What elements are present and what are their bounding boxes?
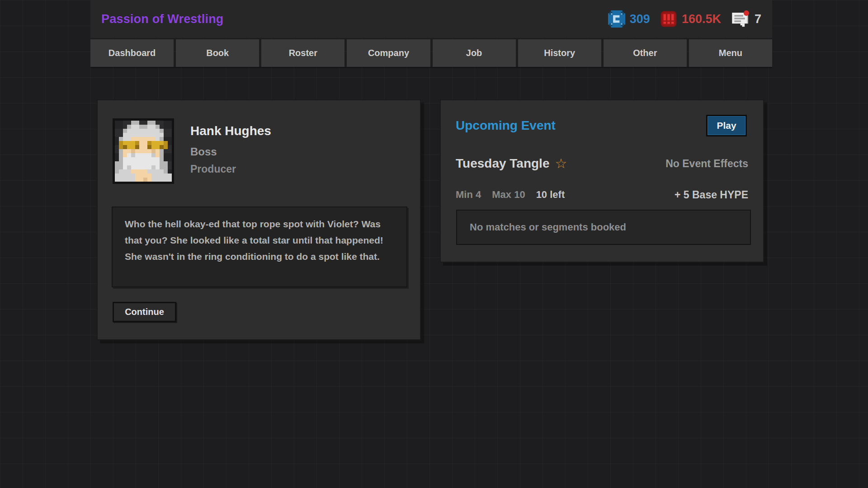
header: Passion of Wrestling <box>90 0 772 67</box>
booking-status-box: No matches or segments booked <box>456 210 751 245</box>
dialogue-message: Who the hell okay-ed that top rope spot … <box>112 206 407 287</box>
event-limits-row: Min 4 Max 10 10 left + 5 Base HYPE <box>456 189 748 201</box>
event-name: Tuesday Tangle <box>456 156 549 171</box>
messages-value[interactable]: 7 <box>755 12 761 26</box>
event-card-title: Upcoming Event <box>456 118 556 133</box>
event-name-wrap: Tuesday Tangle ☆ <box>456 156 567 171</box>
character-job: Producer <box>190 163 271 175</box>
hank-hughes-avatar <box>113 118 174 184</box>
tab-dashboard[interactable]: Dashboard <box>90 39 174 67</box>
tab-book[interactable]: Book <box>176 39 259 67</box>
stats-bar: 309 160.5K <box>608 10 761 28</box>
slots-left: 10 left <box>536 189 565 201</box>
messages-icon[interactable] <box>731 10 750 28</box>
character-info: Hank Hughes Boss Producer <box>190 124 271 175</box>
star-icon: ☆ <box>555 157 567 170</box>
tab-menu[interactable]: Menu <box>689 39 772 67</box>
coins-counter: 309 <box>608 10 650 28</box>
event-header: Upcoming Event Play <box>456 114 747 137</box>
character-name: Hank Hughes <box>190 124 271 138</box>
messages-counter[interactable]: 7 <box>731 10 761 28</box>
hype-icon <box>660 10 677 28</box>
coin-icon <box>608 10 625 28</box>
tab-company[interactable]: Company <box>347 39 430 67</box>
event-name-row: Tuesday Tangle ☆ No Event Effects <box>456 155 748 173</box>
min-label: Min 4 <box>456 189 481 201</box>
tab-roster[interactable]: Roster <box>261 39 344 67</box>
coins-value: 309 <box>630 12 650 26</box>
upcoming-event-card: Upcoming Event Play Tuesday Tangle ☆ No … <box>440 99 764 263</box>
title-bar: Passion of Wrestling <box>90 0 772 38</box>
dialogue-card: Hank Hughes Boss Producer Who the hell o… <box>97 99 421 340</box>
max-label: Max 10 <box>492 189 525 201</box>
event-limits: Min 4 Max 10 10 left <box>456 189 565 201</box>
base-hype-label: + 5 Base HYPE <box>675 189 748 201</box>
play-button[interactable]: Play <box>706 115 747 136</box>
hype-counter: 160.5K <box>660 10 721 28</box>
nav-tabs: Dashboard Book Roster Company Job Histor… <box>90 39 772 67</box>
tab-other[interactable]: Other <box>604 39 687 67</box>
character-role: Boss <box>190 145 271 158</box>
event-effects-label: No Event Effects <box>665 158 748 170</box>
tab-history[interactable]: History <box>518 39 601 67</box>
continue-button[interactable]: Continue <box>113 302 176 322</box>
app-title: Passion of Wrestling <box>101 12 224 26</box>
tab-job[interactable]: Job <box>433 39 516 67</box>
hype-value: 160.5K <box>682 12 721 26</box>
